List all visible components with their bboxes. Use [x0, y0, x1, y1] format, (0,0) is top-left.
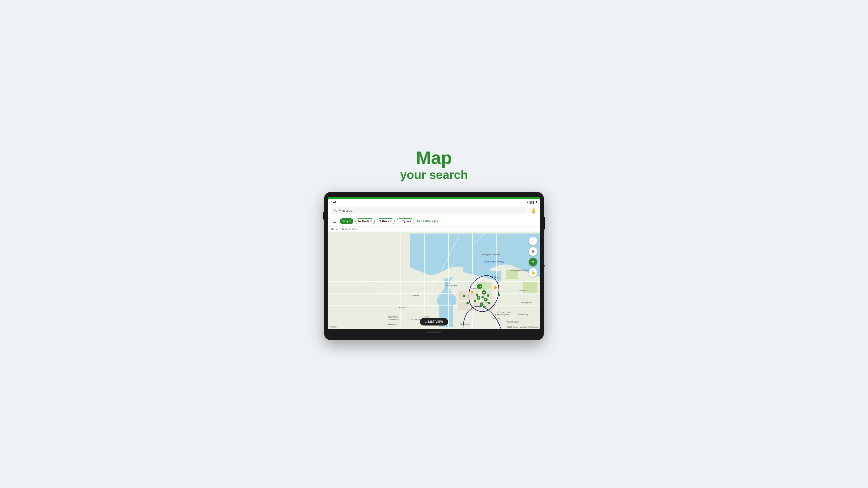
svg-text:3: 3 [481, 303, 482, 305]
search-bar-container: 🔍 Map area 🔔 [328, 205, 540, 216]
signal-icon: ▌▌▌ [530, 201, 535, 203]
list-icon: ≡ [425, 320, 427, 324]
map-controls: ⊙ ⊟ ✏ 🔒 [529, 237, 537, 276]
search-input[interactable]: Map area [339, 208, 525, 213]
results-count-bar: 168 of 168 properties [328, 227, 540, 232]
svg-text:Hospital Sydney: Hospital Sydney [497, 314, 509, 316]
wifi-icon: ▲ [527, 201, 529, 203]
google-logo-text: Google [330, 326, 337, 328]
svg-text:Darling Point: Darling Point [521, 301, 532, 303]
page-title-sub: your search [400, 168, 468, 182]
svg-text:Double Bay: Double Bay [518, 314, 528, 316]
svg-point-60 [474, 300, 476, 302]
status-icons: ▲ ▌▌▌ ▮ [527, 201, 537, 203]
map-svg: Sydney Darling Harbour SEA LIFE Sydney A… [328, 232, 540, 329]
price-filter-chip[interactable]: $ Price ▾ [377, 218, 395, 224]
svg-text:Red Prince: Red Prince [389, 316, 398, 318]
lock-button[interactable]: 🔒 [529, 268, 537, 276]
svg-point-61 [488, 302, 491, 304]
svg-text:Allianz Stadium: Allianz Stadium [506, 321, 519, 323]
svg-text:Sydney Aquarium: Sydney Aquarium [444, 285, 457, 287]
list-view-label: LIST VIEW [428, 320, 443, 324]
beds-filter-chip[interactable]: 🛏 Beds ▾ [355, 218, 375, 224]
results-count-text: 168 of 168 properties [331, 228, 357, 231]
svg-text:BridgeClimb Sydney: BridgeClimb Sydney [485, 260, 504, 263]
tablet-device: 9:41 ▲ ▌▌▌ ▮ 🔍 Map area 🔔 ☰ Buy [324, 192, 544, 340]
tablet-side-button-right [544, 217, 545, 230]
page-wrapper: Map your search 9:41 ▲ ▌▌▌ ▮ 🔍 [284, 148, 584, 340]
filter-menu-button[interactable]: ☰ [331, 218, 338, 225]
svg-point-64 [471, 291, 473, 294]
svg-point-57 [476, 294, 479, 296]
tablet-side-button-left [323, 212, 324, 220]
chevron-down-icon: ▾ [390, 220, 392, 223]
search-input-wrapper[interactable]: 🔍 Map area [331, 207, 527, 214]
svg-point-63 [494, 286, 497, 289]
svg-text:7: 7 [478, 297, 479, 299]
svg-text:Camperdown: Camperdown [410, 318, 422, 321]
svg-text:39: 39 [478, 285, 481, 288]
more-filters-button[interactable]: More filters (1) [417, 220, 438, 223]
notification-bell-button[interactable]: 🔔 [529, 206, 537, 215]
status-time: 9:41 [331, 201, 336, 204]
draw-area-button[interactable]: ✏ [529, 258, 537, 266]
list-view-button[interactable]: ≡ LIST VIEW [420, 318, 448, 325]
layers-button[interactable]: ⊟ [529, 247, 537, 256]
tablet-screen: 9:41 ▲ ▌▌▌ ▮ 🔍 Map area 🔔 ☰ Buy [328, 199, 540, 329]
map-copyright: ©2020 Google · Map data ©2020 Google [507, 326, 539, 328]
map-container[interactable]: Sydney Darling Harbour SEA LIFE Sydney A… [328, 232, 540, 329]
svg-point-59 [482, 296, 484, 299]
svg-point-58 [487, 294, 489, 297]
svg-text:SEA LIFE: SEA LIFE [444, 282, 452, 284]
page-title-map: Map [400, 148, 468, 168]
location-button[interactable]: ⊙ [529, 237, 537, 245]
svg-text:5: 5 [485, 299, 486, 301]
svg-text:Rozelle: Rozelle [399, 306, 406, 308]
chevron-down-icon: ▾ [370, 220, 372, 223]
filter-bar: ☰ Buy ▾ 🛏 Beds ▾ $ Price ▾ ⌂ Type [328, 216, 540, 227]
svg-text:Woolloo: Woolloo [519, 289, 526, 292]
chevron-down-icon: ▾ [349, 220, 351, 223]
tablet-status-bar [328, 197, 540, 199]
google-watermark: Google [330, 326, 337, 328]
svg-text:St Vincent's Private: St Vincent's Private [497, 311, 511, 313]
type-icon: ⌂ [399, 220, 401, 223]
search-icon: 🔍 [333, 208, 337, 213]
svg-text:Mrs Macquarie's Chair: Mrs Macquarie's Chair [510, 269, 529, 271]
tablet-home-button[interactable] [427, 331, 441, 333]
battery-icon: ▮ [536, 201, 537, 203]
title-section: Map your search [400, 148, 468, 182]
svg-text:Alfred Hospital: Alfred Hospital [389, 319, 399, 321]
price-icon: $ [379, 220, 381, 223]
svg-point-62 [484, 305, 486, 308]
svg-text:Barangaroo Reserve: Barangaroo Reserve [482, 254, 500, 256]
svg-rect-16 [458, 291, 468, 300]
chevron-down-icon: ▾ [410, 220, 411, 223]
svg-text:12: 12 [483, 291, 485, 294]
type-filter-chip[interactable]: ⌂ Type ▾ [397, 218, 414, 224]
svg-point-66 [466, 302, 469, 304]
svg-point-67 [498, 294, 500, 296]
svg-text:Balmain: Balmain [412, 294, 419, 297]
svg-point-65 [463, 295, 465, 297]
svg-rect-3 [523, 282, 537, 294]
tablet-camera [543, 265, 545, 267]
svg-text:Glebe: Glebe [424, 316, 430, 318]
svg-text:Annandale: Annandale [389, 323, 398, 325]
buy-filter-chip[interactable]: Buy ▾ [340, 218, 353, 224]
beds-icon: 🛏 [358, 220, 361, 223]
os-status-bar: 9:41 ▲ ▌▌▌ ▮ [328, 199, 540, 205]
